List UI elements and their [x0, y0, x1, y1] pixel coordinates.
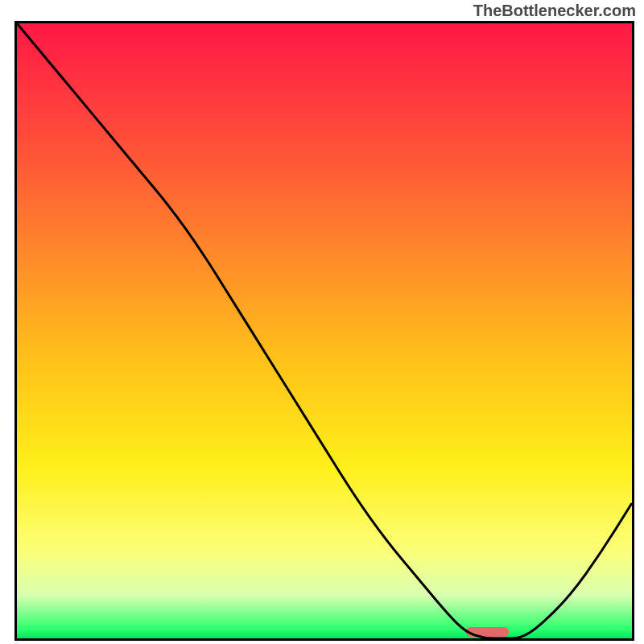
gradient-background: [17, 23, 632, 638]
watermark-text: TheBottlenecker.com: [473, 2, 636, 20]
bottleneck-chart: [14, 21, 634, 641]
chart-svg: [17, 23, 632, 638]
